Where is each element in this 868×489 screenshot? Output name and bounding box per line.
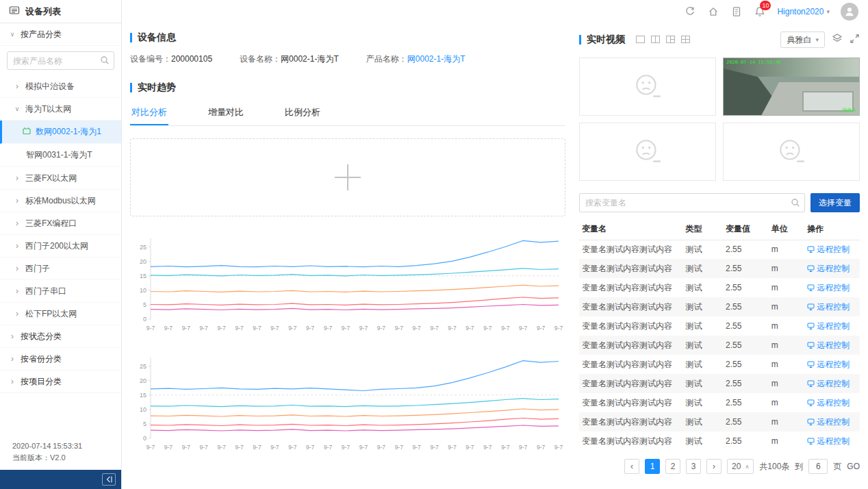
fullscreen-icon[interactable]: [850, 34, 860, 47]
right-panel: 实时视频 典雅白 ▾: [575, 23, 868, 489]
remote-control-link[interactable]: 远程控制: [807, 359, 850, 371]
svg-text:20: 20: [140, 377, 146, 384]
remote-control-link[interactable]: 远程控制: [807, 436, 850, 447]
svg-text:9-7: 9-7: [413, 325, 422, 331]
tree-item[interactable]: ›西门子串口: [0, 280, 121, 303]
remote-control-icon: [807, 323, 815, 330]
pagination: ‹123›20∧共100条到6页GO: [579, 459, 860, 474]
device-icon: [23, 127, 31, 137]
layout-4-icon[interactable]: [681, 34, 690, 46]
variables-table: 变量名类型变量值单位操作 变量名测试内容测试内容测试2.55m远程控制变量名测试…: [579, 219, 860, 451]
go-button[interactable]: GO: [847, 462, 860, 471]
tree-item[interactable]: 智网0031-1-海为T: [0, 144, 121, 167]
document-icon[interactable]: [730, 5, 743, 18]
notifications-bell-icon[interactable]: 10: [754, 5, 766, 18]
video-slot-empty[interactable]: [579, 58, 716, 116]
remote-control-link[interactable]: 远程控制: [807, 301, 850, 313]
product-search-input[interactable]: [7, 51, 114, 70]
camera-timestamp-overlay: 2020-07-14 15:53:46: [726, 60, 781, 65]
layout-3-icon[interactable]: [666, 34, 675, 46]
remote-control-link[interactable]: 远程控制: [807, 282, 850, 294]
video-live-frame[interactable]: 2020-07-14 15:53:46 摄像头: [723, 58, 860, 116]
variable-search-input[interactable]: [579, 193, 805, 212]
pagination-prev[interactable]: ‹: [624, 459, 639, 474]
tree-item[interactable]: ›三菱FX以太网: [0, 167, 121, 190]
svg-text:10: 10: [140, 406, 146, 413]
tree-item[interactable]: ›西门子: [0, 258, 121, 280]
remote-control-link[interactable]: 远程控制: [807, 378, 850, 390]
collapse-sidebar-icon[interactable]: [102, 473, 116, 486]
cell-variable-name: 变量名测试内容测试内容: [579, 374, 682, 393]
remote-control-link[interactable]: 远程控制: [807, 263, 850, 275]
remote-control-link[interactable]: 远程控制: [807, 340, 850, 351]
sidebar-header: 设备列表: [0, 0, 121, 23]
svg-text:9-7: 9-7: [519, 444, 528, 451]
svg-text:9-7: 9-7: [324, 444, 333, 451]
tree-item[interactable]: ›模拟中治设备: [0, 75, 121, 98]
tab-3[interactable]: 比例分析: [283, 101, 322, 125]
product-search: [7, 51, 114, 70]
category-by-project[interactable]: › 按项目分类: [0, 371, 121, 393]
category-by-province[interactable]: › 按省份分类: [0, 348, 121, 371]
username: Hignton2020: [777, 7, 824, 16]
user-menu[interactable]: Hignton2020 ▾: [777, 7, 830, 16]
page-size-select[interactable]: 20∧: [727, 459, 754, 474]
svg-text:10: 10: [140, 287, 146, 294]
remote-control-link[interactable]: 远程控制: [807, 321, 850, 332]
svg-text:9-7: 9-7: [270, 325, 279, 331]
cell-unit: m: [769, 374, 805, 393]
tree-item[interactable]: ›西门子200以太网: [0, 235, 121, 258]
plus-icon: [335, 164, 361, 190]
category-by-status[interactable]: › 按状态分类: [0, 325, 121, 348]
select-variable-button[interactable]: 选择变量: [810, 193, 860, 212]
pagination-next[interactable]: ›: [706, 459, 722, 474]
tree-item-label: 数网0002-1-海为1: [36, 126, 101, 138]
category-by-status-label: 按状态分类: [21, 331, 62, 342]
page-jump-input[interactable]: 6: [808, 459, 828, 474]
video-slot-empty[interactable]: [723, 123, 860, 181]
svg-text:9-7: 9-7: [306, 325, 315, 331]
theme-select[interactable]: 典雅白 ▾: [780, 32, 825, 48]
add-chart-placeholder[interactable]: [130, 138, 565, 216]
layers-icon[interactable]: [832, 33, 843, 47]
svg-text:9-7: 9-7: [324, 325, 333, 331]
pagination-page-2[interactable]: 2: [665, 459, 680, 474]
chevron-right-icon: ›: [9, 354, 16, 364]
pagination-page-3[interactable]: 3: [686, 459, 701, 474]
remote-control-link[interactable]: 远程控制: [807, 416, 850, 428]
search-icon: [100, 55, 110, 68]
svg-text:9-7: 9-7: [430, 325, 439, 331]
tree-item[interactable]: ›松下FP以太网: [0, 303, 121, 325]
refresh-icon[interactable]: [684, 5, 696, 18]
video-slot-empty[interactable]: [579, 123, 716, 181]
cell-type: 测试: [682, 316, 723, 336]
cell-unit: m: [769, 278, 805, 297]
cell-unit: m: [769, 431, 805, 451]
device-name-field: 设备名称：网0002-1-海为T: [240, 53, 339, 65]
pagination-page-1[interactable]: 1: [645, 459, 660, 474]
tree-item[interactable]: ∨海为T以太网: [0, 98, 121, 121]
table-row: 变量名测试内容测试内容测试2.55m远程控制: [579, 240, 860, 259]
tab-2[interactable]: 增量对比: [207, 101, 245, 125]
table-row: 变量名测试内容测试内容测试2.55m远程控制: [579, 316, 860, 336]
home-icon[interactable]: [707, 5, 719, 18]
sidebar-footer: [0, 470, 121, 489]
product-name-link[interactable]: 网0002-1-海为T: [407, 54, 465, 64]
remote-control-link[interactable]: 远程控制: [807, 397, 850, 409]
section-bar: [579, 35, 581, 45]
svg-text:9-7: 9-7: [253, 325, 261, 331]
tree-item[interactable]: ›标准Modbus以太网: [0, 190, 121, 212]
tab-1[interactable]: 对比分析: [130, 101, 168, 125]
avatar[interactable]: [841, 3, 858, 21]
layout-2-icon[interactable]: [651, 34, 660, 46]
svg-text:9-7: 9-7: [413, 444, 422, 451]
remote-control-link[interactable]: 远程控制: [807, 244, 850, 255]
tree-item[interactable]: ›三菱FX编程口: [0, 212, 121, 235]
cell-variable-name: 变量名测试内容测试内容: [579, 297, 682, 316]
tree-item-selected[interactable]: 数网0002-1-海为1: [0, 121, 121, 144]
cell-unit: m: [769, 336, 805, 355]
category-by-product[interactable]: ∨ 按产品分类: [0, 23, 121, 46]
svg-text:0: 0: [143, 316, 146, 323]
layout-1-icon[interactable]: [636, 34, 645, 46]
section-video: 实时视频: [579, 34, 625, 46]
